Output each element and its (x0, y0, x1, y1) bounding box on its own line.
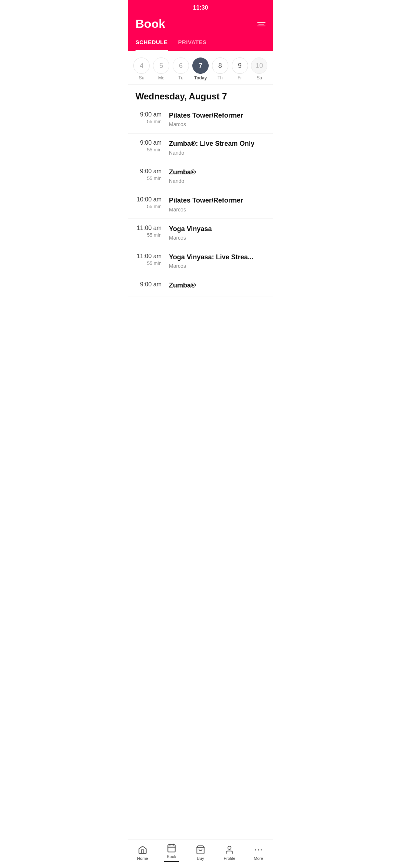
class-duration-3: 55 min (136, 204, 162, 209)
class-duration-4: 55 min (136, 232, 162, 238)
day-label-7: Today (194, 75, 207, 80)
day-item-8[interactable]: 8 Th (211, 57, 229, 80)
class-info-0: Pilates Tower/Reformer Marcos (169, 111, 265, 127)
class-name-3: Pilates Tower/Reformer (169, 196, 265, 205)
app-header: Book (128, 13, 273, 36)
class-info-2: Zumba® Nando (169, 168, 265, 184)
class-name-2: Zumba® (169, 168, 265, 177)
status-time: 11:30 (193, 4, 208, 11)
class-time-1: 9:00 am (136, 139, 162, 146)
class-item-2[interactable]: 9:00 am 55 min Zumba® Nando (128, 162, 273, 190)
day-label-5: Mo (158, 75, 164, 80)
class-duration-5: 55 min (136, 260, 162, 266)
day-number-5: 5 (153, 57, 169, 74)
class-name-1: Zumba®: Live Stream Only (169, 139, 265, 148)
day-item-4[interactable]: 4 Su (133, 57, 150, 80)
class-instructor-2: Nando (169, 178, 265, 184)
class-name-4: Yoga Vinyasa (169, 225, 265, 233)
day-number-6: 6 (173, 57, 189, 74)
day-label-8: Th (218, 75, 223, 80)
day-item-7[interactable]: 7 Today (192, 57, 209, 80)
class-item-3[interactable]: 10:00 am 55 min Pilates Tower/Reformer M… (128, 190, 273, 218)
day-number-10: 10 (251, 57, 267, 74)
day-item-9[interactable]: 9 Fr (231, 57, 249, 80)
day-item-5[interactable]: 5 Mo (152, 57, 170, 80)
day-item-10[interactable]: 10 Sa (250, 57, 268, 80)
class-duration-0: 55 min (136, 119, 162, 124)
status-bar: 11:30 (128, 0, 273, 13)
class-duration-2: 55 min (136, 175, 162, 181)
page-title: Book (136, 17, 165, 31)
day-label-9: Fr (238, 75, 242, 80)
day-label-4: Su (139, 75, 144, 80)
class-item-1[interactable]: 9:00 am 55 min Zumba®: Live Stream Only … (128, 134, 273, 162)
tab-bar: SCHEDULE PRIVATES (128, 36, 273, 51)
class-instructor-5: Marcos (169, 263, 265, 269)
time-block-0: 9:00 am 55 min (136, 111, 169, 124)
class-time-0: 9:00 am (136, 111, 162, 118)
filter-icon[interactable] (257, 22, 265, 26)
day-number-9: 9 (232, 57, 248, 74)
calendar-strip: 4 Su 5 Mo 6 Tu 7 Today 8 Th 9 Fr (128, 51, 273, 85)
class-time-5: 11:00 am (136, 253, 162, 260)
time-block-5: 11:00 am 55 min (136, 253, 169, 266)
class-name-0: Pilates Tower/Reformer (169, 111, 265, 120)
time-block-6: 9:00 am (136, 281, 169, 288)
class-name-5: Yoga Vinyasa: Live Strea... (169, 253, 265, 262)
tab-privates[interactable]: PRIVATES (178, 36, 207, 51)
time-block-1: 9:00 am 55 min (136, 139, 169, 152)
time-block-3: 10:00 am 55 min (136, 196, 169, 209)
date-heading: Wednesday, August 7 (128, 85, 273, 105)
class-instructor-4: Marcos (169, 235, 265, 241)
class-item-0[interactable]: 9:00 am 55 min Pilates Tower/Reformer Ma… (128, 105, 273, 134)
class-item-4[interactable]: 11:00 am 55 min Yoga Vinyasa Marcos (128, 219, 273, 247)
time-block-2: 9:00 am 55 min (136, 168, 169, 181)
schedule-list: 9:00 am 55 min Pilates Tower/Reformer Ma… (128, 105, 273, 326)
day-label-6: Tu (178, 75, 183, 80)
class-item-6[interactable]: 9:00 am Zumba® (128, 275, 273, 296)
class-info-3: Pilates Tower/Reformer Marcos (169, 196, 265, 212)
class-time-6: 9:00 am (136, 281, 162, 288)
class-time-3: 10:00 am (136, 196, 162, 203)
day-number-7: 7 (192, 57, 209, 74)
class-info-6: Zumba® (169, 281, 265, 290)
class-item-5[interactable]: 11:00 am 55 min Yoga Vinyasa: Live Strea… (128, 247, 273, 275)
tab-schedule[interactable]: SCHEDULE (136, 36, 168, 51)
class-time-2: 9:00 am (136, 168, 162, 175)
class-instructor-3: Marcos (169, 207, 265, 213)
class-instructor-1: Nando (169, 150, 265, 156)
day-label-10: Sa (257, 75, 262, 80)
class-info-4: Yoga Vinyasa Marcos (169, 225, 265, 241)
class-instructor-0: Marcos (169, 121, 265, 127)
class-info-5: Yoga Vinyasa: Live Strea... Marcos (169, 253, 265, 269)
class-name-6: Zumba® (169, 281, 265, 290)
day-number-4: 4 (133, 57, 150, 74)
day-number-8: 8 (212, 57, 228, 74)
class-time-4: 11:00 am (136, 225, 162, 231)
day-item-6[interactable]: 6 Tu (172, 57, 190, 80)
time-block-4: 11:00 am 55 min (136, 225, 169, 238)
class-info-1: Zumba®: Live Stream Only Nando (169, 139, 265, 155)
class-duration-1: 55 min (136, 147, 162, 152)
